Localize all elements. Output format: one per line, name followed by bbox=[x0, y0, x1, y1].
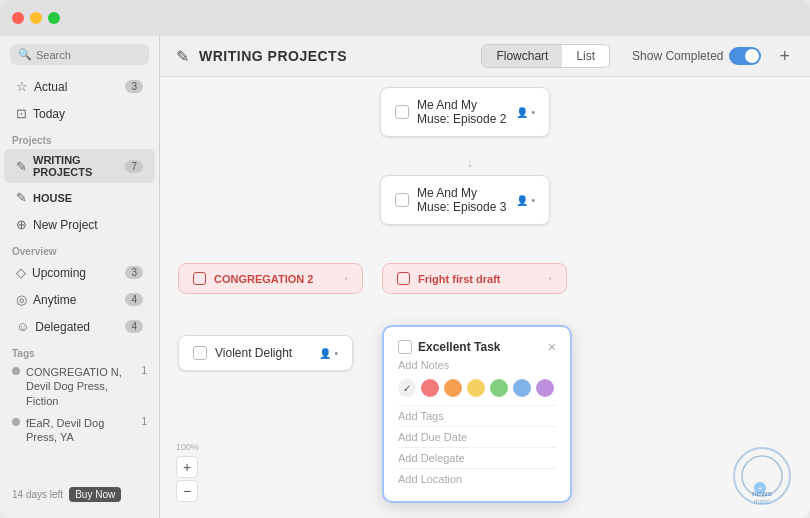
anytime-badge: 4 bbox=[125, 293, 143, 306]
watermark: news matic + bbox=[722, 446, 802, 510]
sidebar-item-actual[interactable]: ☆ Actual 3 bbox=[4, 74, 155, 99]
svg-text:+: + bbox=[758, 484, 763, 493]
swatch-yellow[interactable] bbox=[467, 379, 485, 397]
writing-projects-badge: 7 bbox=[125, 160, 143, 173]
congregation2-node[interactable]: CONGREGATION 2 • bbox=[178, 263, 363, 294]
congregation2-label: CONGREGATION 2 bbox=[214, 273, 313, 285]
search-icon: 🔍 bbox=[18, 48, 32, 61]
delegated-icon: ☺ bbox=[16, 319, 29, 334]
add-tags-field[interactable]: Add Tags bbox=[398, 405, 556, 426]
node-text: Me And My Muse: Episode 3 bbox=[417, 186, 508, 214]
header-tabs: Flowchart List bbox=[481, 44, 610, 68]
tab-list[interactable]: List bbox=[562, 45, 609, 67]
sidebar-item-label: Anytime bbox=[33, 293, 76, 307]
node-text: Me And My Muse: Episode 2 bbox=[417, 98, 508, 126]
svg-text:news: news bbox=[752, 489, 773, 498]
minimize-button[interactable] bbox=[30, 12, 42, 24]
sidebar-item-house[interactable]: ✎ HOUSE bbox=[4, 185, 155, 210]
tag-label-1: CONGREGATIO N, Devil Dog Press, Fiction bbox=[26, 365, 135, 408]
tab-flowchart[interactable]: Flowchart bbox=[482, 45, 562, 67]
svg-point-1 bbox=[742, 456, 782, 496]
color-swatches: ✓ bbox=[398, 379, 556, 397]
tag-label-2: fEaR, Devil Dog Press, YA bbox=[26, 416, 135, 445]
add-delegate-field[interactable]: Add Delegate bbox=[398, 447, 556, 468]
tag-badge-1: 1 bbox=[141, 365, 147, 376]
sidebar-item-label: Upcoming bbox=[32, 266, 86, 280]
flow-arrow-1: ↓ bbox=[460, 149, 480, 174]
search-input[interactable] bbox=[36, 49, 141, 61]
section-checkbox[interactable] bbox=[193, 272, 206, 285]
close-button[interactable] bbox=[12, 12, 24, 24]
show-completed-label: Show Completed bbox=[632, 49, 723, 63]
page-title: WRITING PROJECTS bbox=[199, 48, 347, 64]
swatch-blue[interactable] bbox=[513, 379, 531, 397]
search-bar[interactable]: 🔍 bbox=[10, 44, 149, 65]
node-text: Violent Delight bbox=[215, 346, 311, 360]
section-projects-label: Projects bbox=[0, 127, 159, 148]
tag-dot-2 bbox=[12, 418, 20, 426]
show-completed-control: Show Completed bbox=[632, 47, 761, 65]
tag-badge-2: 1 bbox=[141, 416, 147, 427]
node-icons: 👤 • bbox=[319, 348, 338, 359]
upcoming-badge: 3 bbox=[125, 266, 143, 279]
sidebar-item-writing-projects[interactable]: ✎ WRITING PROJECTS 7 bbox=[4, 149, 155, 183]
show-completed-toggle[interactable] bbox=[729, 47, 761, 65]
sidebar-item-delegated[interactable]: ☺ Delegated 4 bbox=[4, 314, 155, 339]
add-due-date-field[interactable]: Add Due Date bbox=[398, 426, 556, 447]
swatch-purple[interactable] bbox=[536, 379, 554, 397]
fright-node[interactable]: Fright first draft • bbox=[382, 263, 567, 294]
add-button[interactable]: + bbox=[775, 46, 794, 67]
section-overview-label: Overview bbox=[0, 238, 159, 259]
sidebar-item-today[interactable]: ⊡ Today bbox=[4, 101, 155, 126]
dot-icon: • bbox=[531, 195, 535, 206]
sidebar-tag-item-2[interactable]: fEaR, Devil Dog Press, YA 1 bbox=[0, 412, 159, 449]
upcoming-icon: ◇ bbox=[16, 265, 26, 280]
section-dot: • bbox=[344, 273, 348, 284]
node-checkbox[interactable] bbox=[395, 193, 409, 207]
app-container: 🔍 ☆ Actual 3 ⊡ Today Projects ✎ WRITING … bbox=[0, 36, 810, 518]
sidebar-bottom: 14 days left Buy Now bbox=[0, 479, 159, 510]
main-content: ✎ WRITING PROJECTS Flowchart List Show C… bbox=[160, 36, 810, 518]
task-checkbox[interactable] bbox=[398, 340, 412, 354]
violent-delight-node[interactable]: Violent Delight 👤 • bbox=[178, 335, 353, 371]
swatch-green[interactable] bbox=[490, 379, 508, 397]
sidebar-item-label: Actual bbox=[34, 80, 67, 94]
task-card-title: Excellent Task bbox=[418, 340, 542, 354]
section-checkbox[interactable] bbox=[397, 272, 410, 285]
node-checkbox[interactable] bbox=[395, 105, 409, 119]
header-icon: ✎ bbox=[176, 47, 189, 66]
zoom-label: 100% bbox=[176, 442, 199, 452]
node-icons: 👤 • bbox=[516, 195, 535, 206]
add-location-field[interactable]: Add Location bbox=[398, 468, 556, 489]
days-left-label: 14 days left bbox=[12, 489, 63, 500]
close-icon[interactable]: × bbox=[548, 339, 556, 355]
checkmark-swatch[interactable]: ✓ bbox=[398, 379, 416, 397]
zoom-in-button[interactable]: + bbox=[176, 456, 198, 478]
actual-badge: 3 bbox=[125, 80, 143, 93]
main-header: ✎ WRITING PROJECTS Flowchart List Show C… bbox=[160, 36, 810, 77]
canvas-area[interactable]: Me And My Muse: Episode 2 👤 • ↓ Me And M… bbox=[160, 77, 810, 518]
sidebar-item-label: New Project bbox=[33, 218, 98, 232]
sidebar-tag-item-1[interactable]: CONGREGATIO N, Devil Dog Press, Fiction … bbox=[0, 361, 159, 412]
dot-icon: • bbox=[531, 107, 535, 118]
maximize-button[interactable] bbox=[48, 12, 60, 24]
sidebar-item-label: HOUSE bbox=[33, 192, 72, 204]
section-dot: • bbox=[548, 273, 552, 284]
sidebar-item-upcoming[interactable]: ◇ Upcoming 3 bbox=[4, 260, 155, 285]
episode3-node[interactable]: Me And My Muse: Episode 3 👤 • bbox=[380, 175, 550, 225]
sidebar-item-new-project[interactable]: ⊕ New Project bbox=[4, 212, 155, 237]
swatch-red[interactable] bbox=[421, 379, 439, 397]
buy-now-button[interactable]: Buy Now bbox=[69, 487, 121, 502]
node-checkbox[interactable] bbox=[193, 346, 207, 360]
zoom-controls: 100% + − bbox=[176, 442, 199, 502]
task-notes-placeholder[interactable]: Add Notes bbox=[398, 359, 556, 371]
zoom-out-button[interactable]: − bbox=[176, 480, 198, 502]
episode2-node[interactable]: Me And My Muse: Episode 2 👤 • bbox=[380, 87, 550, 137]
swatch-orange[interactable] bbox=[444, 379, 462, 397]
titlebar bbox=[0, 0, 810, 36]
svg-text:matic: matic bbox=[754, 498, 771, 505]
dot-icon: • bbox=[334, 348, 338, 359]
sidebar-item-anytime[interactable]: ◎ Anytime 4 bbox=[4, 287, 155, 312]
tag-dot-1 bbox=[12, 367, 20, 375]
sidebar-item-label: Delegated bbox=[35, 320, 90, 334]
